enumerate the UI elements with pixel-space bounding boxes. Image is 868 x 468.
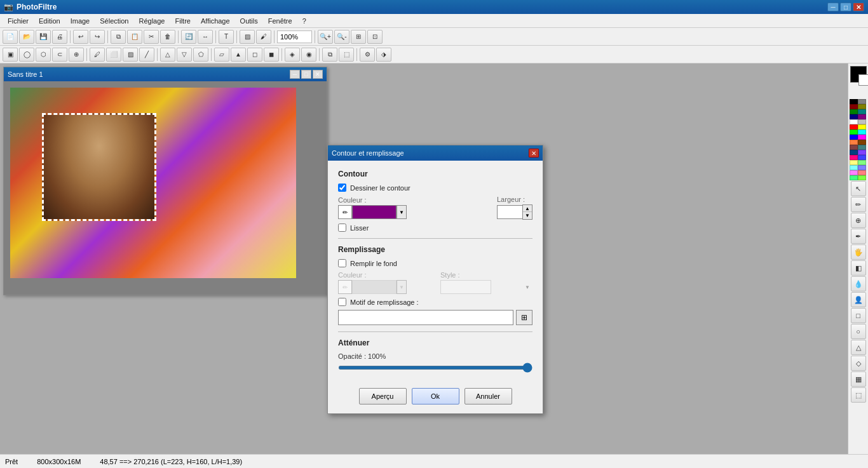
style-select[interactable]: Solide Dégradé Motif [440,280,491,294]
palette-color[interactable] [850,160,858,165]
line-button[interactable]: ╱ [139,48,154,62]
palette-color[interactable] [858,104,866,109]
palette-color[interactable] [858,160,866,165]
palette-color[interactable] [850,165,858,170]
close-button[interactable]: ✕ [853,3,864,11]
color-eyedropper-button[interactable]: ✏ [338,205,352,219]
actual-size-button[interactable]: ⊡ [367,30,383,44]
stamp-tool[interactable]: 👤 [851,292,866,307]
spinbox-up-button[interactable]: ▲ [523,205,532,212]
spinbox-down-button[interactable]: ▼ [523,212,532,219]
undo-button[interactable]: ↩ [73,30,88,44]
minimize-button[interactable]: ─ [827,3,839,11]
menu-item-[interactable]: ? [297,16,311,26]
sel-poly-button[interactable]: ⬡ [36,48,51,62]
layer2-button[interactable]: ⬚ [339,48,354,62]
palette-color[interactable] [858,165,866,170]
palette-color[interactable] [858,155,866,160]
menu-item-slection[interactable]: Sélection [95,16,133,26]
palette-color[interactable] [850,135,858,140]
palette-color[interactable] [850,130,858,135]
motif-input[interactable] [338,310,513,325]
menu-item-outils[interactable]: Outils [235,16,263,26]
canvas-maximize-button[interactable]: □ [301,70,311,79]
select-tool[interactable]: ↖ [851,181,866,196]
palette-color[interactable] [858,135,866,140]
brush-button[interactable]: 🖊 [90,48,105,62]
color-preview[interactable] [352,205,397,219]
color-dropdown-button[interactable]: ▼ [397,205,407,219]
sel-magic-button[interactable]: ⊕ [69,48,84,62]
palette-color[interactable] [858,109,866,114]
palette-color[interactable] [858,119,866,124]
palette-color[interactable] [850,150,858,155]
background-color[interactable] [858,74,869,86]
paint-button[interactable]: 🖌 [256,30,271,44]
pentagon-button[interactable]: ⬠ [193,48,208,62]
dialog-close-button[interactable]: ✕ [529,149,539,157]
print-button[interactable]: 🖨 [52,30,67,44]
palette-color[interactable] [858,140,866,145]
text-button[interactable]: T [219,30,234,44]
fill-bg-checkbox[interactable] [338,259,346,267]
grid-tool[interactable]: ▦ [851,371,866,387]
menu-item-rglage[interactable]: Réglage [134,16,170,26]
paste-button[interactable]: 📋 [127,30,142,44]
palette-color[interactable] [850,145,858,150]
triangle1-button[interactable]: △ [160,48,175,62]
polygon-tool[interactable]: △ [851,340,866,355]
palette-color[interactable] [850,124,858,130]
eyedropper-tool[interactable]: ⊕ [851,213,866,228]
maximize-button[interactable]: □ [840,3,851,11]
apercu-button[interactable]: Aperçu [359,388,407,404]
foreground-color[interactable] [850,66,867,83]
menu-item-affichage[interactable]: Affichage [196,16,235,26]
palette-color[interactable] [850,140,858,145]
menu-item-edition[interactable]: Edition [34,16,65,26]
canvas-minimize-button[interactable]: ─ [290,70,300,79]
copy-button[interactable]: ⧉ [111,30,126,44]
extra-tool[interactable]: ⬚ [851,387,866,403]
shape1-button[interactable]: ▱ [214,48,229,62]
shape3-button[interactable]: ◻ [247,48,262,62]
palette-color[interactable] [850,109,858,114]
triangle2-button[interactable]: ▽ [177,48,192,62]
redo-button[interactable]: ↪ [90,30,105,44]
shape4-button[interactable]: ◼ [264,48,279,62]
palette-color[interactable] [858,114,866,119]
palette-color[interactable] [858,124,866,130]
palette-color[interactable] [858,130,866,135]
flip-button[interactable]: ↔ [198,30,213,44]
action2-button[interactable]: ⬗ [376,48,391,62]
sel-rect-button[interactable]: ▣ [3,48,18,62]
largeur-input[interactable]: 5 [497,205,522,219]
zoom-out-button[interactable]: 🔍- [334,30,349,44]
draw-contour-checkbox[interactable] [338,184,346,192]
motif-checkbox[interactable] [338,298,346,306]
pencil-tool[interactable]: ✏ [851,197,866,212]
palette-color[interactable] [850,175,858,180]
motif-browse-button[interactable]: ⊞ [516,310,532,325]
eraser-button[interactable]: ⬜ [106,48,121,62]
palette-color[interactable] [858,150,866,155]
canvas-close-button[interactable]: ✕ [313,70,323,79]
palette-color[interactable] [858,170,866,175]
fill-color-dropdown-button[interactable]: ▼ [397,280,407,294]
sel-ellipse-button[interactable]: ◯ [19,48,34,62]
palette-color[interactable] [850,170,858,175]
layer1-button[interactable]: ⧉ [322,48,337,62]
menu-item-fentre[interactable]: Fenêtre [263,16,297,26]
zoom-in-button[interactable]: 🔍+ [318,30,333,44]
menu-item-filtre[interactable]: Filtre [170,16,195,26]
palette-color[interactable] [850,104,858,109]
annuler-button[interactable]: Annuler [465,388,512,404]
brush-tool[interactable]: ✒ [851,229,866,244]
palette-color[interactable] [858,145,866,150]
ok-button[interactable]: Ok [412,388,459,404]
gradient-button[interactable]: ▨ [240,30,255,44]
filter2-button[interactable]: ◉ [301,48,316,62]
ellipse-shape-tool[interactable]: ○ [851,324,866,339]
open-button[interactable]: 📂 [19,30,34,44]
palette-color[interactable] [850,155,858,160]
lisser-checkbox[interactable] [338,224,346,232]
